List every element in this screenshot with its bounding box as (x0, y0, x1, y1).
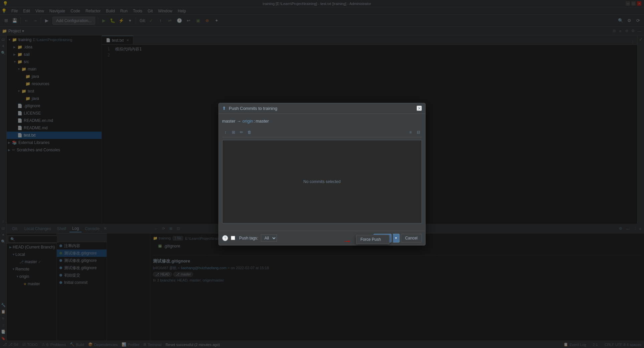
branch-from: master (222, 119, 235, 124)
dialog-close-btn[interactable]: ✕ (417, 106, 422, 111)
dialog-footer: ? Push tags: All Push ▾ Cancel (219, 231, 425, 245)
no-commits-msg: No commits selected (303, 179, 340, 184)
force-push-item[interactable]: Force Push (356, 235, 389, 244)
dialog-tb-1[interactable]: ↕ (222, 129, 229, 136)
branch-arrow: → (237, 119, 241, 124)
dialog-tb-4[interactable]: 🗑 (246, 129, 253, 136)
dialog-body: master → origin : master ↕ ⊞ ✏ 🗑 ≡ ⊟ No … (219, 114, 425, 231)
force-push-dropdown: Force Push (356, 235, 389, 244)
dialog-titlebar: ⬆ Push Commits to training ✕ (219, 103, 425, 114)
push-tags-label: Push tags: (239, 236, 258, 240)
dialog-toolbar: ↕ ⊞ ✏ 🗑 ≡ ⊟ (222, 128, 422, 137)
push-dialog: ⬆ Push Commits to training ✕ master → or… (218, 103, 426, 245)
dialog-push-icon: ⬆ (222, 106, 226, 111)
branch-colon: : (254, 119, 255, 124)
branch-origin-link[interactable]: origin (243, 119, 253, 124)
cancel-btn[interactable]: Cancel (401, 234, 422, 242)
dialog-branch-row: master → origin : master (222, 117, 422, 125)
dialog-tb-filter[interactable]: ≡ (407, 129, 414, 136)
dialog-tb-sort[interactable]: ⊟ (415, 129, 422, 136)
push-tags-checkbox[interactable] (231, 236, 235, 240)
red-arrow-annotation: → (342, 236, 352, 246)
modal-overlay: ⬆ Push Commits to training ✕ master → or… (0, 0, 644, 348)
push-tags-select[interactable]: All (261, 234, 277, 242)
dialog-tb-2[interactable]: ⊞ (230, 129, 237, 136)
dialog-tb-3[interactable]: ✏ (238, 129, 245, 136)
push-dropdown-btn[interactable]: ▾ (393, 234, 399, 242)
dialog-help-btn[interactable]: ? (222, 235, 228, 241)
dialog-title: Push Commits to training (229, 106, 277, 111)
commits-area: No commits selected (222, 140, 422, 223)
branch-to: master (256, 119, 269, 124)
